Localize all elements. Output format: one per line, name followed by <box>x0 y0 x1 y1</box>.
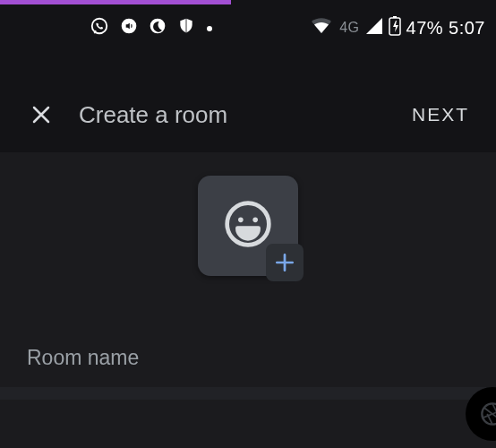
battery-percent: 47% <box>406 18 444 39</box>
close-icon <box>30 104 52 125</box>
battery-icon <box>389 16 401 40</box>
clock-time: 5:07 <box>449 18 485 39</box>
room-avatar-picker[interactable] <box>198 176 298 276</box>
page-title: Create a room <box>79 101 227 129</box>
svg-point-8 <box>252 218 258 223</box>
section-divider <box>0 387 496 400</box>
wifi-icon <box>311 17 332 39</box>
svg-point-0 <box>92 19 107 34</box>
next-button[interactable]: NEXT <box>412 104 469 125</box>
accent-bar <box>0 0 231 4</box>
room-name-input[interactable] <box>27 346 469 370</box>
shield-icon <box>177 16 195 39</box>
svg-point-7 <box>238 218 244 223</box>
svg-point-3 <box>207 26 212 31</box>
whatsapp-icon <box>90 16 109 39</box>
app-bar: Create a room NEXT <box>0 90 496 140</box>
cell-signal-icon <box>365 17 383 39</box>
dot-icon <box>206 20 213 36</box>
plus-icon <box>273 251 296 274</box>
close-button[interactable] <box>30 104 52 125</box>
content-area <box>0 152 496 448</box>
status-bar: 4G 47% 5:07 <box>0 14 496 41</box>
room-name-row <box>0 332 496 384</box>
add-avatar-badge[interactable] <box>266 244 304 281</box>
svg-rect-5 <box>393 16 397 18</box>
emoji-face-icon <box>223 199 273 253</box>
volume-icon <box>120 17 138 39</box>
aperture-icon <box>480 401 496 426</box>
network-type-label: 4G <box>339 20 359 36</box>
dnd-moon-icon <box>149 17 167 39</box>
